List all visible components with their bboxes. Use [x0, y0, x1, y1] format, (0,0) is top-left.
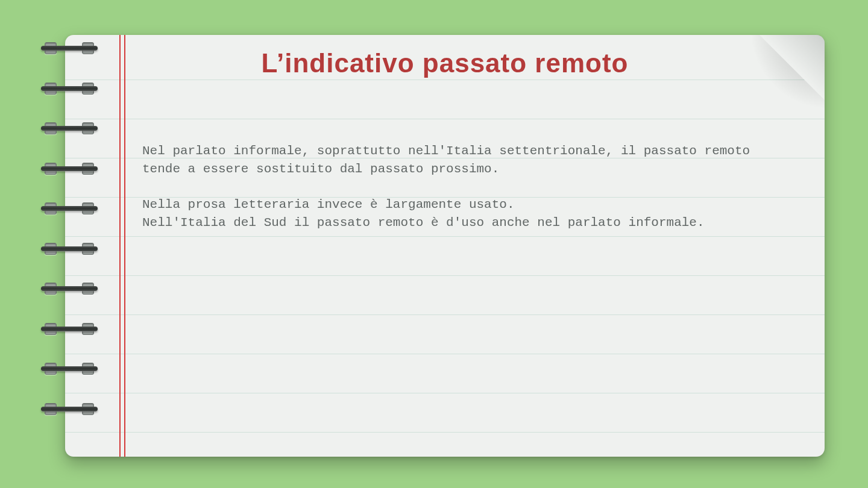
paragraph-1: Nel parlato informale, soprattutto nell'…: [142, 144, 758, 176]
body-text: Nel parlato informale, soprattutto nell'…: [142, 142, 782, 232]
paragraph-2: Nella prosa letteraria invece è largamen…: [142, 198, 705, 230]
margin-rule-lines: [119, 35, 127, 457]
notebook-paper: L’indicativo passato remoto Nel parlato …: [65, 35, 825, 457]
slide-stage: L’indicativo passato remoto Nel parlato …: [0, 0, 868, 488]
page-title: L’indicativo passato remoto: [65, 48, 825, 78]
